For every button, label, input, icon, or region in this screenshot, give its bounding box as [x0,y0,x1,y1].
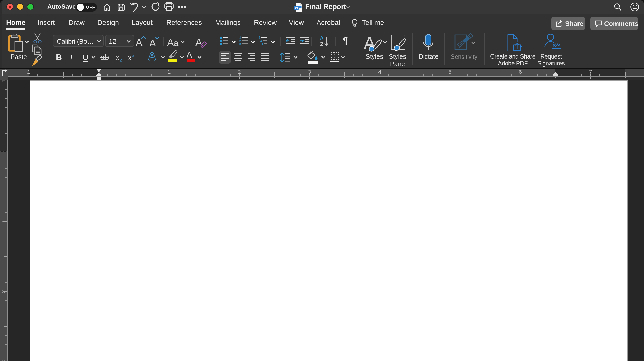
svg-text:3: 3 [239,42,241,46]
svg-text:i: i [262,42,263,46]
svg-text:A: A [148,50,157,64]
svg-text:A: A [320,36,324,41]
svg-text:Z: Z [320,41,323,47]
svg-text:a: a [260,39,262,43]
svg-text:W: W [295,6,298,10]
